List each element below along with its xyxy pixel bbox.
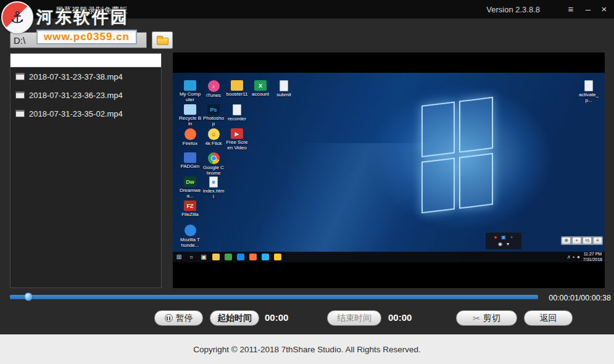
taskbar-icon [249, 254, 257, 260]
desktop-icon: FZ FileZilla [179, 201, 201, 225]
desktop-icon-glyph [184, 152, 196, 163]
taskbar-icon [225, 254, 232, 260]
desktop-icon-glyph: FZ [184, 201, 196, 211]
desktop-icon-label: index.html [202, 188, 225, 199]
desktop-icon-label: iTunes [206, 93, 221, 98]
file-name: 2018-07-31-23-36-23.mp4 [29, 91, 123, 100]
desktop-icon-glyph: ▶ [231, 128, 243, 139]
cut-button[interactable]: ✂ 剪切 [456, 310, 517, 326]
recorder-overlay-icon: ▣ [501, 235, 506, 240]
folder-icon [157, 38, 168, 45]
taskbar-clock: 11:27 PM 7/31/2018 [583, 252, 602, 262]
start-time-button[interactable]: 起始时间 [210, 310, 259, 326]
desktop-icon-label: Google Chrome [202, 165, 225, 176]
video-file-icon [15, 91, 25, 99]
desktop-icon-label: Recycle Bin [179, 115, 201, 126]
taskbar-icon [274, 254, 281, 260]
desktop-icon-label: recorder [228, 116, 246, 122]
scissors-icon: ✂ [473, 313, 480, 323]
mini-toolbar-button: ≡ [593, 237, 602, 244]
desktop-icon-label: Dreamwea... [179, 188, 201, 199]
file-list[interactable]: 2018-07-31-23-37-38.mp4 2018-07-31-23-36… [10, 53, 162, 288]
desktop-icon-glyph: Ps [207, 104, 220, 115]
footer: Copyright © 2011-2018 7thShare Studio. A… [0, 334, 614, 364]
desktop-icon-label: booster11 [226, 91, 248, 97]
desktop-icon-glyph: ♪ [208, 80, 220, 92]
desktop-icon: booster11 [226, 80, 248, 104]
desktop-icon-label: My Computer [179, 91, 201, 102]
video-frame: My Computer ♪ iTunes booster11 [173, 73, 605, 262]
video-file-icon [15, 110, 25, 117]
watermark-anchor-icon: ⚓ [1, 1, 33, 33]
menu-icon[interactable]: ≡ [563, 2, 578, 16]
desktop-icon-label: submit [276, 92, 291, 97]
watermark-site-name: 河东软件园 [36, 6, 137, 28]
mini-toolbar-button: ½ [583, 237, 592, 244]
mini-toolbar-button: ⊕ [562, 237, 571, 244]
desktop-icon: Ps Photoshop [202, 104, 225, 128]
watermark-site-url: www.pc0359.cn [36, 30, 137, 44]
desktop-icon-label: account [252, 91, 269, 97]
desktop-icon-glyph: ☺ [208, 128, 220, 140]
desktop-icon: My Computer [179, 80, 201, 104]
mini-toolbar-button: + [572, 237, 581, 244]
desktop-icon-glyph [185, 128, 196, 140]
desktop-icon-label: 4k Flick [205, 141, 222, 146]
desktop-icon-glyph [231, 80, 243, 91]
close-button[interactable]: × [597, 2, 612, 16]
taskbar: ⊞○▣ ∧▪● 11:27 PM 7/31/2018 [173, 252, 605, 262]
desktop-icon-label: Photoshop [202, 115, 225, 126]
taskbar-icon [262, 254, 269, 260]
desktop-icon: recorder [226, 104, 248, 128]
back-button[interactable]: 返回 [524, 310, 573, 326]
desktop-icon-glyph [280, 80, 288, 91]
list-header-row [10, 54, 161, 67]
tray-icon: ∧ [566, 254, 570, 260]
desktop-icon: Mozilla Thunde... [179, 225, 201, 249]
pause-icon [165, 314, 173, 322]
file-list-item[interactable]: 2018-07-31-23-37-38.mp4 [10, 67, 161, 86]
app-window: 屏幕视频录制免费版 Version 2.3.8.8 ≡ – × ⚓ 河东软件园 … [0, 0, 614, 364]
timeline-handle[interactable] [24, 292, 33, 301]
desktop-icon: e index.html [202, 176, 225, 201]
desktop-icons-grid: My Computer ♪ iTunes booster11 [179, 80, 601, 249]
recorder-mini-toolbar: ⊕+½≡ [561, 236, 603, 245]
desktop-icon: submit [273, 80, 295, 104]
desktop-icon: Dw Dreamwea... [179, 176, 201, 201]
system-tray: ∧▪● 11:27 PM 7/31/2018 [566, 252, 602, 262]
desktop-icon: PADGen [179, 152, 201, 176]
desktop-icon: Firefox [179, 128, 201, 152]
desktop-icon-label: FileZilla [181, 212, 199, 217]
recorder-overlay: ●▣+ ◉▾ [486, 233, 521, 249]
desktop-icon-glyph [184, 80, 196, 91]
file-list-item[interactable]: 2018-07-31-23-36-23.mp4 [10, 86, 161, 104]
browse-folder-button[interactable] [152, 31, 173, 49]
video-preview[interactable]: My Computer ♪ iTunes booster11 [173, 52, 605, 288]
minimize-button[interactable]: – [581, 2, 595, 16]
video-file-icon [15, 73, 25, 80]
desktop-icon: X account [249, 80, 272, 104]
taskbar-icon: ⊞ [175, 254, 183, 260]
recorder-overlay-icon: + [510, 235, 513, 240]
taskbar-icon [237, 254, 244, 260]
desktop-icon-glyph [584, 80, 593, 91]
desktop-icon-label: PADGen [181, 163, 200, 169]
taskbar-icon [212, 254, 220, 260]
desktop-icon: ▶ Free Screen Video Rec... [226, 128, 248, 152]
desktop-icon-label: Firefox [183, 141, 197, 146]
pause-button[interactable]: 暂停 [154, 310, 203, 326]
file-name: 2018-07-31-23-37-38.mp4 [29, 72, 123, 81]
start-time-value: 00:00 [265, 312, 288, 323]
desktop-icon-glyph [208, 152, 220, 164]
watermark: ⚓ 河东软件园 www.pc0359.cn [1, 1, 137, 44]
desktop-icon: activate_p... [578, 80, 600, 104]
desktop-icon-glyph: Dw [184, 176, 196, 187]
desktop-icon: ♪ iTunes [202, 80, 225, 104]
file-list-item[interactable]: 2018-07-31-23-35-02.mp4 [10, 104, 161, 123]
timeline-track[interactable] [10, 295, 538, 299]
desktop-icon-label: Free Screen Video Rec... [226, 139, 248, 151]
file-name: 2018-07-31-23-35-02.mp4 [29, 109, 123, 118]
recorder-overlay-icon: ▾ [507, 242, 509, 247]
end-time-button[interactable]: 结束时间 [327, 310, 381, 326]
end-time-value: 00:00 [388, 312, 412, 323]
